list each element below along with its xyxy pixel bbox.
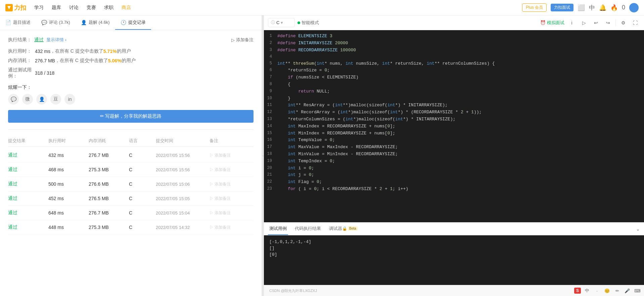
undo-icon[interactable]: ↩: [591, 18, 601, 27]
tab-submissions[interactable]: 🕐 提交记录: [115, 15, 151, 30]
row-note[interactable]: ▷ 添加备注: [210, 153, 254, 158]
device-icon[interactable]: ⬜: [578, 4, 585, 11]
fire-count: 0: [622, 4, 625, 11]
avatar[interactable]: [629, 3, 639, 12]
share-douban[interactable]: 豆: [50, 94, 61, 105]
watermark: CSDN @阳光九叶草LXGZXJ: [267, 288, 317, 293]
code-line: 9 return NULL;: [264, 88, 644, 95]
tab-debugger[interactable]: 调试器 🔒 Beta: [328, 223, 359, 235]
translate-icon[interactable]: 中: [583, 287, 591, 295]
time-value: 432 ms: [35, 49, 50, 54]
tab-comments[interactable]: 💬 评论 (3.7k): [36, 15, 76, 30]
run-icon[interactable]: ▷: [579, 18, 589, 27]
share-weibo[interactable]: 微: [22, 94, 33, 105]
fire-icon[interactable]: 🔥: [610, 4, 618, 11]
submissions-content: 执行结果： 通过 显示详情 › ▷ 添加备注 执行用时： 432 ms ，在所有…: [0, 30, 262, 296]
tab-solutions[interactable]: 👤 题解 (4.6k): [76, 15, 115, 30]
pencil-icon[interactable]: ✏: [613, 287, 621, 295]
font-size-icon[interactable]: 中: [589, 4, 595, 12]
simulate-interview-btn[interactable]: ⏰ 模拟面试: [540, 20, 564, 26]
result-status[interactable]: 通过: [34, 37, 44, 43]
row-memory: 276.7 MB: [89, 153, 129, 158]
row-lang: C: [129, 225, 156, 230]
result-label: 执行结果：: [8, 37, 32, 43]
row-note[interactable]: ▷ 添加备注: [210, 225, 254, 230]
test-input-area[interactable]: [-1,0,1,2,-1,-4][][0]: [264, 235, 644, 285]
result-header: 执行结果： 通过 显示详情 › ▷ 添加备注: [8, 37, 254, 43]
keyboard-icon[interactable]: ⌨: [633, 287, 641, 295]
row-status[interactable]: 通过: [8, 152, 48, 158]
settings-icon[interactable]: ⚙: [618, 18, 628, 27]
nav-contest[interactable]: 竞赛: [87, 5, 96, 11]
row-status[interactable]: 通过: [8, 167, 48, 173]
write-solution-button[interactable]: ✏ 写题解，分享我的解题思路: [8, 110, 254, 123]
table-body: 通过 432 ms 276.7 MB C 2022/07/05 15:56 ▷ …: [8, 148, 254, 235]
row-time: 452 ms: [48, 196, 89, 201]
interview-button[interactable]: 力扣面试: [551, 4, 573, 11]
row-status[interactable]: 通过: [8, 224, 48, 230]
time-stat: 执行用时： 432 ms ，在所有 C 提交中击败了 5.71% 的用户: [8, 48, 254, 54]
row-time: 500 ms: [48, 181, 89, 187]
row-status[interactable]: 通过: [8, 181, 48, 187]
smart-mode: 智能模式: [297, 20, 319, 26]
test-input-line: [0]: [269, 252, 639, 257]
plus-button[interactable]: Plus 会员: [522, 3, 547, 12]
logo[interactable]: 力扣: [5, 4, 26, 12]
row-date: 2022/07/05 15:05: [156, 196, 210, 201]
dot-icon[interactable]: ·: [593, 287, 601, 295]
solutions-icon: 👤: [81, 20, 87, 25]
code-line: 21 int j = 0;: [264, 172, 644, 179]
share-linkedin[interactable]: in: [64, 94, 75, 105]
status-dot: [297, 21, 300, 24]
test-input-line: [-1,0,1,2,-1,-4]: [269, 239, 639, 244]
code-line: 5int** threeSum(int* nums, int numsSize,…: [264, 60, 644, 67]
row-note[interactable]: ▷ 添加备注: [210, 196, 254, 201]
nav-problems[interactable]: 题库: [52, 5, 61, 11]
mem-suffix: 的用户: [122, 58, 136, 64]
tab-exec-result[interactable]: 代码执行结果: [293, 223, 322, 235]
nav-shop[interactable]: 商店: [122, 5, 131, 11]
left-panel: 📄 题目描述 💬 评论 (3.7k) 👤 题解 (4.6k) 🕐 提交记录 执行…: [0, 15, 262, 296]
row-time: 432 ms: [48, 153, 89, 158]
code-line: 10 }: [264, 95, 644, 102]
code-line: 14 int MaxIndex = RECORDARRAYSIZE + nums…: [264, 123, 644, 130]
expand-icon[interactable]: ⌄: [636, 226, 640, 232]
row-note[interactable]: ▷ 添加备注: [210, 167, 254, 173]
row-note[interactable]: ▷ 添加备注: [210, 181, 254, 187]
redo-icon[interactable]: ↪: [603, 18, 613, 27]
bell-icon[interactable]: 🔔: [599, 4, 606, 11]
code-line: 22 int Flag = 0;: [264, 179, 644, 186]
tab-description[interactable]: 📄 题目描述: [0, 15, 36, 30]
row-date: 2022/07/05 15:56: [156, 167, 210, 172]
fullscreen-icon[interactable]: ⛶: [631, 18, 640, 27]
row-status[interactable]: 通过: [8, 210, 48, 216]
toolbar-divider: [615, 19, 616, 26]
tab-test-cases[interactable]: 测试用例: [268, 223, 288, 235]
row-lang: C: [129, 153, 156, 158]
mem-value: 276.7 MB: [35, 58, 55, 63]
table-row: 通过 648 ms 276.7 MB C 2022/07/05 15:04 ▷ …: [8, 206, 254, 220]
submissions-icon: 🕐: [121, 20, 126, 25]
mem-desc: ，在所有 C 提交中击败了: [55, 58, 108, 64]
mic-icon[interactable]: 🎤: [623, 287, 631, 295]
row-status[interactable]: 通过: [8, 195, 48, 201]
row-date: 2022/07/05 15:56: [156, 153, 210, 158]
code-line: 20 int i = 0;: [264, 165, 644, 172]
result-detail-link[interactable]: 显示详情 ›: [46, 37, 66, 43]
code-line: 16 int TempValue = 0;: [264, 137, 644, 144]
table-row: 通过 432 ms 276.7 MB C 2022/07/05 15:56 ▷ …: [8, 148, 254, 163]
share-user[interactable]: 👤: [36, 94, 47, 105]
nav-study[interactable]: 学习: [34, 5, 44, 11]
share-wechat[interactable]: 💬: [8, 94, 19, 105]
code-editor[interactable]: 1#define ELEMENTSIZE 32#define INITARRAY…: [264, 30, 644, 222]
nav-discuss[interactable]: 讨论: [69, 5, 79, 11]
info-detail-icon[interactable]: i: [567, 18, 577, 27]
code-line: 3#define RECORDARRAYSIZE 100000: [264, 47, 644, 54]
row-date: 2022/07/05 14:32: [156, 225, 210, 230]
language-selector[interactable]: ⓘ C ▾: [268, 18, 295, 27]
row-note[interactable]: ▷ 添加备注: [210, 210, 254, 216]
add-note-btn[interactable]: ▷ 添加备注: [231, 37, 254, 43]
emoji-icon[interactable]: 😊: [603, 287, 611, 295]
share-icons: 💬 微 👤 豆 in: [8, 94, 254, 105]
nav-jobs[interactable]: 求职: [104, 5, 113, 11]
